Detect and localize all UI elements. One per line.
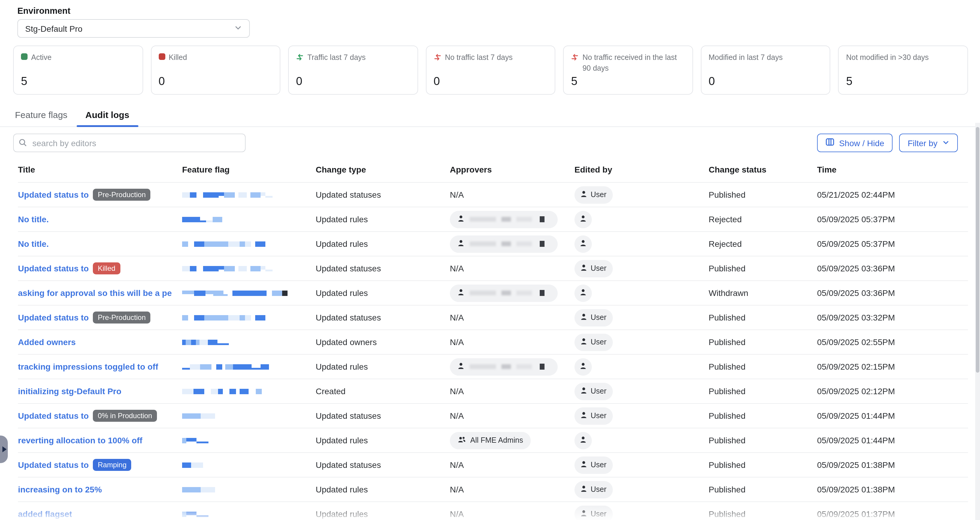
edited-by-label: User: [591, 412, 606, 420]
column-header-time[interactable]: Time: [817, 165, 968, 174]
edited-by-user-pill[interactable]: User: [574, 505, 613, 520]
audit-entry-link[interactable]: No title.: [18, 215, 49, 224]
stat-card-3[interactable]: No traffic last 7 days0: [426, 46, 555, 95]
edited-by-user-pill[interactable]: User: [574, 309, 613, 326]
edited-by-cell: [574, 284, 709, 302]
feature-flag-redacted: [182, 388, 316, 394]
show-hide-button[interactable]: Show / Hide: [817, 134, 892, 152]
table-row: Updated status toRampingUpdated statuses…: [18, 452, 968, 477]
edited-by-user-pill[interactable]: User: [574, 481, 613, 498]
feature-flag-cell: [182, 462, 316, 468]
stat-card-0[interactable]: Active5: [13, 46, 143, 95]
approvers-cell: [450, 358, 574, 375]
title-cell: asking for approval so this will be a pe: [18, 288, 182, 298]
approver-group-label: All FME Admins: [470, 436, 523, 445]
traffic-arrows-icon: [296, 53, 304, 64]
search-input[interactable]: [13, 134, 246, 152]
audit-entry-link[interactable]: asking for approval so this will be a pe: [18, 288, 172, 298]
edited-by-cell: User: [574, 407, 709, 425]
edited-by-cell: User: [574, 505, 709, 520]
edited-by-avatar[interactable]: [574, 235, 592, 253]
feature-flag-redacted: [182, 413, 316, 418]
edited-by-cell: User: [574, 186, 709, 204]
edited-by-user-pill[interactable]: User: [574, 383, 613, 400]
feature-flag-cell: [182, 487, 316, 492]
edited-by-user-pill[interactable]: User: [574, 407, 613, 425]
filter-by-button[interactable]: Filter by: [899, 134, 958, 152]
feature-flag-redacted: [182, 216, 316, 222]
edited-by-user-pill[interactable]: User: [574, 186, 613, 204]
status-badge: Killed: [93, 263, 120, 274]
tab-feature-flags[interactable]: Feature flags: [6, 105, 76, 126]
edited-by-user-pill[interactable]: User: [574, 260, 613, 277]
edited-by-avatar[interactable]: [574, 358, 592, 375]
approver-pill-redacted[interactable]: [450, 235, 558, 253]
change-status-cell: Published: [709, 436, 817, 445]
stat-card-label: Modified in last 7 days: [709, 53, 783, 63]
tab-audit-logs[interactable]: Audit logs: [76, 105, 138, 126]
audit-entry-link[interactable]: initializing stg-Default Pro: [18, 386, 121, 396]
audit-entry-link[interactable]: Updated status to: [18, 460, 89, 470]
column-header-change-type[interactable]: Change type: [316, 165, 450, 174]
edited-by-label: User: [591, 338, 606, 346]
edited-by-user-pill[interactable]: User: [574, 456, 613, 474]
column-header-approvers[interactable]: Approvers: [450, 165, 574, 174]
feature-flag-redacted: [182, 339, 316, 345]
stat-card-5[interactable]: Modified in last 7 days0: [701, 46, 830, 95]
audit-entry-link[interactable]: Updated status to: [18, 264, 89, 273]
person-icon: [457, 288, 465, 298]
edited-by-user-pill[interactable]: User: [574, 333, 613, 351]
audit-entry-link[interactable]: reverting allocation to 100% off: [18, 436, 142, 445]
audit-entry-link[interactable]: Updated status to: [18, 411, 89, 421]
audit-entry-link[interactable]: added flagset: [18, 509, 72, 519]
stat-card-6[interactable]: Not modified in >30 days5: [838, 46, 968, 95]
environment-select[interactable]: Stg-Default Pro: [18, 19, 250, 38]
stat-card-label: Not modified in >30 days: [846, 53, 929, 63]
person-icon: [457, 362, 465, 371]
edited-by-avatar[interactable]: [574, 211, 592, 228]
audit-entry-link[interactable]: No title.: [18, 239, 49, 249]
feature-flag-redacted: [182, 290, 316, 296]
approvers-cell: N/A: [450, 460, 574, 470]
title-cell: No title.: [18, 215, 182, 224]
approvers-cell: [450, 284, 574, 302]
edited-by-avatar[interactable]: [574, 284, 592, 302]
time-cell: 05/09/2025 05:37PM: [817, 239, 968, 249]
feature-flag-cell: [182, 339, 316, 345]
column-header-title[interactable]: Title: [18, 165, 182, 174]
stat-card-value: 5: [571, 75, 685, 88]
table-row: Added ownersUpdated ownersN/AUserPublish…: [18, 329, 968, 354]
approvers-cell: N/A: [450, 386, 574, 396]
approver-pill-redacted[interactable]: [450, 211, 558, 228]
title-cell: reverting allocation to 100% off: [18, 436, 182, 445]
scrollbar-thumb[interactable]: [976, 127, 979, 373]
approver-pill-redacted[interactable]: [450, 284, 558, 302]
stat-card-2[interactable]: Traffic last 7 days0: [288, 46, 418, 95]
audit-entry-link[interactable]: Updated status to: [18, 313, 89, 322]
approver-pill-redacted[interactable]: [450, 358, 558, 375]
stat-card-4[interactable]: No traffic received in the last 90 days5: [563, 46, 693, 95]
stat-card-value: 5: [21, 75, 135, 88]
feature-flag-cell: [182, 315, 316, 320]
table-row: Updated status to0% in ProductionUpdated…: [18, 403, 968, 428]
status-square-icon: [21, 53, 27, 60]
audit-entry-link[interactable]: tracking impressions toggled to off: [18, 362, 158, 371]
column-header-feature-flag[interactable]: Feature flag: [182, 165, 316, 174]
approver-redacted-text: [469, 364, 537, 369]
column-header-change-status[interactable]: Change status: [709, 165, 817, 174]
sidebar-expand-handle[interactable]: [0, 436, 8, 463]
audit-entry-link[interactable]: increasing on to 25%: [18, 485, 102, 494]
feature-flag-redacted: [182, 241, 316, 246]
approver-group-pill[interactable]: All FME Admins: [450, 432, 531, 449]
approver-redacted-text: [469, 242, 537, 246]
edited-by-avatar[interactable]: [574, 432, 592, 449]
feature-flag-cell: [182, 266, 316, 271]
audit-entry-link[interactable]: Updated status to: [18, 190, 89, 199]
search-icon: [19, 138, 27, 149]
edited-by-label: User: [591, 387, 606, 395]
stat-card-1[interactable]: Killed0: [151, 46, 280, 95]
time-cell: 05/09/2025 02:15PM: [817, 362, 968, 371]
column-header-edited-by[interactable]: Edited by: [574, 165, 709, 174]
audit-entry-link[interactable]: Added owners: [18, 337, 76, 347]
title-cell: Updated status toPre-Production: [18, 312, 182, 323]
